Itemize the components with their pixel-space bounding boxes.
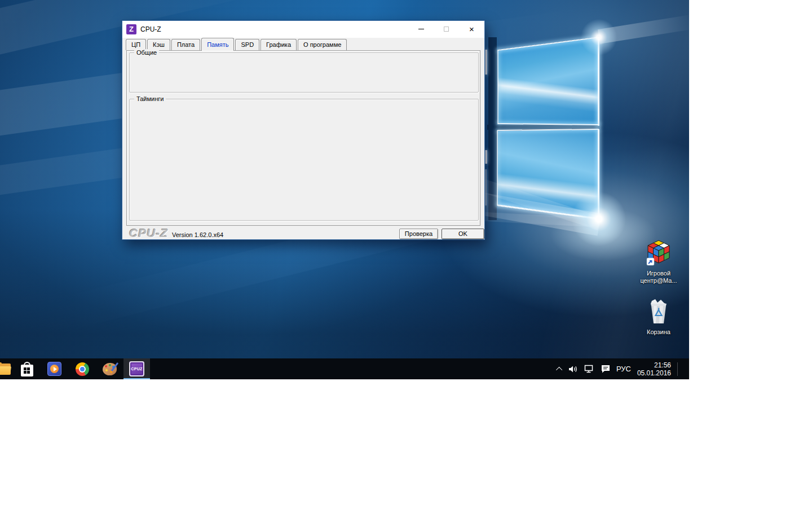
wallpaper-pane-sliver bbox=[485, 50, 487, 75]
language-indicator[interactable]: РУС bbox=[616, 365, 631, 373]
wallpaper-pane-sliver bbox=[485, 150, 487, 164]
network-icon[interactable] bbox=[584, 365, 595, 373]
wallpaper-pane-edge bbox=[497, 50, 498, 124]
ok-button[interactable]: OK bbox=[442, 229, 484, 239]
window-title: CPU-Z bbox=[140, 25, 161, 33]
clock-time: 21:56 bbox=[637, 361, 671, 369]
taskbar-windows-store[interactable] bbox=[13, 358, 41, 379]
desktop-icon-label: Игровой центр@Ma... bbox=[635, 270, 682, 284]
taskbar-clock[interactable]: 21:56 05.01.2016 bbox=[637, 361, 671, 377]
windows-store-icon bbox=[21, 362, 33, 376]
tab-mainboard[interactable]: Плата bbox=[171, 39, 200, 50]
maximize-icon bbox=[444, 27, 449, 32]
tab-bar: ЦП Кэш Плата Память SPD Графика О програ… bbox=[126, 38, 348, 50]
desktop: Игровой центр@Ma... Корзина Z CPU-Z bbox=[0, 0, 689, 379]
recycle-bin-icon bbox=[647, 298, 670, 325]
minimize-icon bbox=[418, 29, 424, 29]
cpuz-app-icon: Z bbox=[126, 24, 136, 34]
cpuz-taskbar-icon: CPUZ bbox=[129, 361, 144, 376]
wallpaper-corner-glow bbox=[568, 188, 630, 250]
general-groupbox: Общие bbox=[129, 52, 479, 93]
window-titlebar[interactable]: Z CPU-Z × bbox=[122, 21, 484, 38]
file-explorer-icon bbox=[0, 362, 12, 376]
volume-icon[interactable] bbox=[568, 365, 578, 373]
taskbar-file-explorer[interactable] bbox=[0, 358, 13, 379]
paint-icon bbox=[103, 363, 117, 375]
desktop-icon-game-center[interactable]: Игровой центр@Ma... bbox=[635, 240, 682, 284]
taskbar-media-player[interactable] bbox=[41, 358, 68, 379]
screen: Игровой центр@Ma... Корзина Z CPU-Z bbox=[0, 0, 812, 508]
tab-memory[interactable]: Память bbox=[201, 38, 234, 51]
desktop-icon-recycle-bin[interactable]: Корзина bbox=[635, 298, 682, 336]
tab-cache[interactable]: Кэш bbox=[147, 39, 170, 50]
show-desktop-button[interactable] bbox=[684, 358, 686, 379]
active-app-indicator bbox=[123, 378, 150, 379]
timings-group-label: Тайминги bbox=[134, 95, 166, 102]
general-group-label: Общие bbox=[134, 49, 159, 56]
version-text: Version 1.62.0.x64 bbox=[172, 231, 223, 238]
tray-chevron-up-icon[interactable] bbox=[556, 366, 562, 373]
media-player-icon bbox=[47, 362, 61, 376]
desktop-icon-label: Корзина bbox=[635, 329, 682, 336]
tab-cpu[interactable]: ЦП bbox=[126, 39, 146, 50]
chrome-icon bbox=[76, 362, 89, 376]
action-center-icon[interactable] bbox=[601, 365, 610, 373]
validate-button[interactable]: Проверка bbox=[399, 229, 438, 239]
close-button[interactable]: × bbox=[459, 21, 484, 37]
cpuz-window: Z CPU-Z × ЦП Кэш Плата Память SPD График… bbox=[122, 20, 485, 240]
maximize-button bbox=[434, 21, 459, 37]
taskbar: CPUZ Р bbox=[0, 358, 689, 379]
tab-graphics[interactable]: Графика bbox=[261, 39, 297, 50]
cpuz-footer-logo: CPU-Z bbox=[129, 226, 168, 240]
taskbar-cpuz[interactable]: CPUZ bbox=[123, 358, 150, 379]
taskbar-paint[interactable] bbox=[96, 358, 123, 379]
wallpaper-pane-sliver bbox=[485, 169, 487, 205]
rubiks-cube-icon bbox=[646, 240, 672, 266]
shortcut-arrow-icon bbox=[647, 258, 654, 265]
close-icon: × bbox=[469, 25, 474, 33]
tab-about[interactable]: О программе bbox=[298, 39, 347, 50]
tab-spd[interactable]: SPD bbox=[235, 39, 259, 50]
taskbar-separator bbox=[677, 362, 678, 376]
minimize-button[interactable] bbox=[408, 21, 434, 37]
wallpaper-corner-glow bbox=[579, 17, 619, 57]
system-tray: РУС 21:56 05.01.2016 bbox=[558, 358, 689, 379]
taskbar-chrome[interactable] bbox=[68, 358, 96, 379]
clock-date: 05.01.2016 bbox=[637, 369, 671, 377]
timings-groupbox: Тайминги bbox=[129, 99, 479, 221]
